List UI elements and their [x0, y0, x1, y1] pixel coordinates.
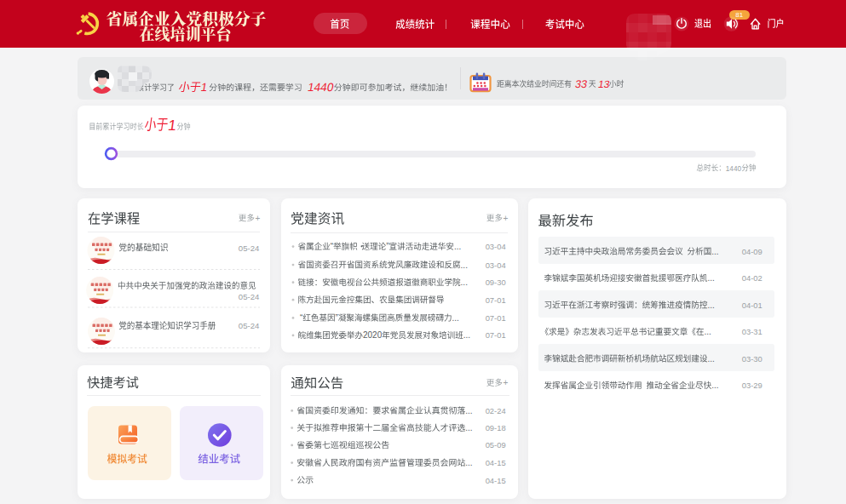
svg-text:09-18: 09-18 [486, 423, 506, 432]
svg-text:...: ... [711, 247, 718, 256]
svg-text:...: ... [708, 301, 715, 310]
svg-text:07-01: 07-01 [486, 313, 506, 323]
svg-text:03-29: 03-29 [742, 381, 763, 390]
svg-text:04-02: 04-02 [742, 273, 763, 283]
svg-text:03-31: 03-31 [742, 327, 763, 336]
svg-text:...: ... [708, 273, 715, 283]
svg-text:33: 33 [574, 78, 588, 90]
svg-text:07-01: 07-01 [486, 295, 506, 305]
svg-text:...: ... [461, 278, 468, 287]
svg-text:1440: 1440 [307, 81, 335, 94]
svg-text:2020: 2020 [363, 330, 383, 340]
svg-text:...: ... [454, 242, 461, 251]
svg-text:...: ... [711, 381, 718, 390]
svg-text:03-04: 03-04 [486, 261, 506, 270]
svg-text:1: 1 [167, 117, 178, 134]
svg-text:04-15: 04-15 [486, 458, 506, 467]
svg-text:1: 1 [199, 81, 208, 94]
svg-text:...: ... [705, 327, 711, 336]
svg-text:02-24: 02-24 [486, 406, 506, 415]
svg-text:05-24: 05-24 [239, 243, 260, 253]
svg-text:05-24: 05-24 [239, 321, 260, 330]
svg-text:...: ... [461, 261, 468, 270]
svg-text:+: + [504, 214, 509, 223]
svg-text:09-30: 09-30 [486, 278, 506, 287]
svg-text:“: “ [331, 242, 333, 251]
svg-text:81: 81 [735, 11, 743, 19]
svg-text:07-01: 07-01 [486, 330, 506, 340]
svg-text:...: ... [465, 458, 472, 467]
svg-text:+: + [504, 378, 509, 387]
svg-text:...: ... [463, 330, 470, 340]
svg-text:+: + [256, 214, 261, 223]
svg-text:04-01: 04-01 [742, 301, 763, 310]
svg-text:03-04: 03-04 [486, 242, 506, 251]
svg-text:1440: 1440 [726, 165, 742, 173]
svg-text:...: ... [465, 406, 472, 415]
svg-text:04-09: 04-09 [742, 247, 763, 256]
svg-text:...: ... [708, 354, 715, 364]
svg-text:...: ... [452, 313, 459, 323]
svg-text:05-09: 05-09 [486, 440, 506, 450]
svg-text:05-24: 05-24 [239, 292, 260, 301]
svg-text:03-30: 03-30 [742, 354, 763, 364]
svg-text:...: ... [465, 423, 472, 432]
svg-text:”: ” [386, 242, 388, 251]
svg-text:04-15: 04-15 [486, 476, 506, 485]
svg-text:”: ” [336, 313, 338, 323]
svg-text:13: 13 [597, 78, 611, 90]
svg-text:“: “ [300, 313, 302, 323]
